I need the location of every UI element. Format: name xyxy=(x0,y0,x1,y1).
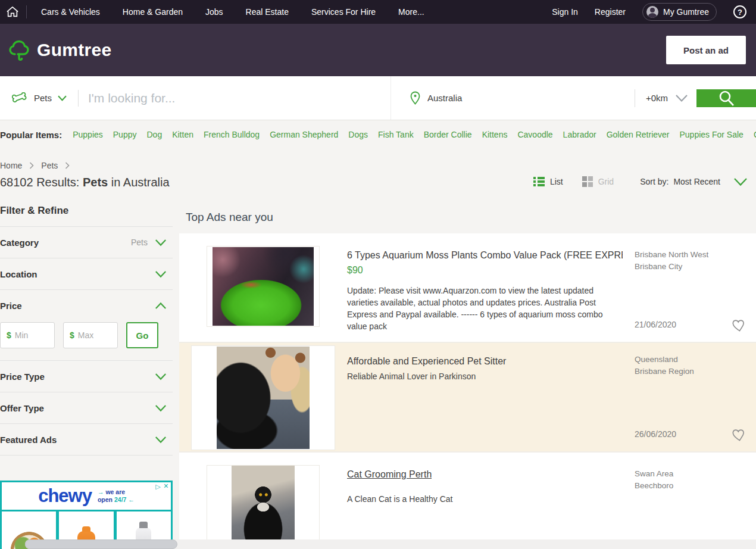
divider xyxy=(78,90,79,107)
results-title: 68102 Results: Pets in Australia xyxy=(0,176,170,189)
popular-link[interactable]: Kittens xyxy=(482,130,508,139)
chevron-down-icon xyxy=(155,404,167,412)
chewy-logo: chewy xyxy=(38,485,92,507)
breadcrumb-home[interactable]: Home xyxy=(0,161,22,170)
sort-by-label: Sort by: xyxy=(640,177,668,186)
gumtree-logo[interactable]: Gumtree xyxy=(7,37,111,63)
filter-offer-type[interactable]: Offer Type xyxy=(0,392,173,423)
listing-title[interactable]: Cat Grooming Perth xyxy=(347,469,432,480)
list-view-toggle[interactable]: List xyxy=(533,176,563,187)
keyword-input[interactable] xyxy=(88,91,391,105)
display-ad[interactable]: chewy → we areopen 24/7 ← ▷ × xyxy=(0,481,173,549)
listing-description: Reliable Animal Lover in Parkinson xyxy=(347,371,623,383)
listing-image-moss xyxy=(213,247,314,326)
nav-cars-vehicles[interactable]: Cars & Vehicles xyxy=(41,7,100,17)
search-category-value[interactable]: Pets xyxy=(34,93,52,103)
ad-banner[interactable]: chewy → we areopen 24/7 ← ▷ × xyxy=(0,481,173,511)
my-gumtree-label: My Gumtree xyxy=(663,7,709,17)
top-nav-bar: Cars & Vehicles Home & Garden Jobs Real … xyxy=(0,0,756,24)
keyword-zone: Pets xyxy=(0,76,391,120)
popular-link[interactable]: Border Collie xyxy=(424,130,472,139)
nav-services-for-hire[interactable]: Services For Hire xyxy=(311,7,376,17)
popular-link[interactable]: Fish Tank xyxy=(378,130,414,139)
top-ads-heading: Top Ads near you xyxy=(186,211,756,224)
post-an-ad-button[interactable]: Post an ad xyxy=(666,36,746,64)
popular-items-row: Popular Items: Puppies Puppy Dog Kitten … xyxy=(0,120,756,149)
chevron-down-icon xyxy=(155,436,167,444)
popular-link[interactable]: Cavoodle xyxy=(517,130,552,139)
popular-link[interactable]: Labrador xyxy=(563,130,596,139)
nav-real-estate[interactable]: Real Estate xyxy=(246,7,289,17)
ad-close-icon[interactable]: × xyxy=(164,483,168,491)
site-header: Gumtree Post an ad xyxy=(0,24,756,76)
chevron-down-icon[interactable] xyxy=(675,94,688,102)
search-button[interactable] xyxy=(696,89,756,107)
favourite-heart-icon[interactable] xyxy=(732,317,748,332)
sort-value[interactable]: Most Recent xyxy=(673,177,720,186)
home-icon[interactable] xyxy=(0,5,26,18)
horizontal-scrollbar-thumb[interactable] xyxy=(25,539,177,549)
filter-location[interactable]: Location xyxy=(0,258,173,289)
filter-featured-ads[interactable]: Featured Ads xyxy=(0,424,173,455)
popular-link[interactable]: Kitten xyxy=(172,130,193,139)
avatar-icon xyxy=(646,6,658,18)
magnifier-icon xyxy=(717,89,735,107)
radius-selector[interactable]: +0km xyxy=(635,89,688,107)
favourite-heart-icon[interactable] xyxy=(732,427,748,442)
popular-link[interactable]: Puppies For Sale xyxy=(679,130,743,139)
listing-date: 21/06/2020 xyxy=(635,319,676,330)
listing-media[interactable] xyxy=(179,453,347,549)
price-go-button[interactable]: Go xyxy=(126,322,158,348)
listing-card[interactable]: Cat Grooming Perth A Clean Cat is a Heal… xyxy=(179,453,756,549)
ad-tagline: → we areopen 24/7 ← xyxy=(98,488,135,504)
chevron-down-icon[interactable] xyxy=(57,95,67,102)
popular-link[interactable]: Dogs xyxy=(348,130,368,139)
price-min-field[interactable]: $ xyxy=(0,322,55,348)
list-view-icon xyxy=(533,176,545,187)
breadcrumb-pets[interactable]: Pets xyxy=(41,161,58,170)
popular-link[interactable]: Dog xyxy=(146,130,162,139)
nav-jobs[interactable]: Jobs xyxy=(205,7,223,17)
listing-media[interactable] xyxy=(179,233,347,342)
help-icon[interactable]: ? xyxy=(733,5,746,18)
location-input[interactable] xyxy=(427,93,635,103)
chevron-down-icon xyxy=(155,373,167,380)
listing-description: A Clean Cat is a Healthy Cat xyxy=(347,494,623,506)
adchoices-icon[interactable]: ▷ xyxy=(155,483,160,491)
price-max-field[interactable]: $ xyxy=(63,322,118,348)
popular-items-label: Popular Items: xyxy=(0,130,62,140)
listing-title[interactable]: 6 Types Aquarium Moss Plants Combo Value… xyxy=(347,250,623,261)
price-max-input[interactable] xyxy=(78,330,111,340)
popular-link[interactable]: Puppy xyxy=(113,130,137,139)
popular-link[interactable]: German Shepherd xyxy=(270,130,338,139)
nav-more[interactable]: More... xyxy=(398,7,424,17)
list-view-label: List xyxy=(550,177,563,186)
popular-link[interactable]: Chihuahua xyxy=(754,130,756,139)
listing-location: Swan AreaBeechboro xyxy=(635,468,756,491)
listing-title[interactable]: Affordable and Experienced Pet Sitter xyxy=(347,356,623,367)
sign-in-link[interactable]: Sign In xyxy=(552,7,578,17)
sort-dropdown[interactable] xyxy=(733,177,748,186)
listing-media[interactable] xyxy=(179,343,347,451)
filter-price[interactable]: Price xyxy=(0,290,173,321)
primary-nav: Cars & Vehicles Home & Garden Jobs Real … xyxy=(41,7,424,17)
filter-price-type[interactable]: Price Type xyxy=(0,361,173,392)
horizontal-scrollbar-track[interactable] xyxy=(25,539,756,549)
filter-refine-title: Filter & Refine xyxy=(0,205,173,217)
popular-link[interactable]: French Bulldog xyxy=(204,130,260,139)
listing-location: QueenslandBrisbane Region xyxy=(635,354,756,377)
popular-link[interactable]: Golden Retriever xyxy=(607,130,670,139)
register-link[interactable]: Register xyxy=(595,7,626,17)
radius-value[interactable]: +0km xyxy=(646,93,668,103)
listing-image-pet-sitter xyxy=(217,347,310,449)
price-min-input[interactable] xyxy=(15,330,48,340)
popular-link[interactable]: Puppies xyxy=(73,130,103,139)
nav-home-garden[interactable]: Home & Garden xyxy=(123,7,183,17)
listing-card[interactable]: 6 Types Aquarium Moss Plants Combo Value… xyxy=(179,233,756,343)
listing-card[interactable]: Affordable and Experienced Pet Sitter Re… xyxy=(179,343,756,453)
my-gumtree-button[interactable]: My Gumtree xyxy=(642,3,717,21)
filter-category[interactable]: Category Pets xyxy=(0,227,173,258)
view-controls: List Grid Sort by: Most Recent xyxy=(533,176,748,189)
grid-view-toggle[interactable]: Grid xyxy=(582,176,614,187)
chevron-down-icon xyxy=(155,239,167,247)
